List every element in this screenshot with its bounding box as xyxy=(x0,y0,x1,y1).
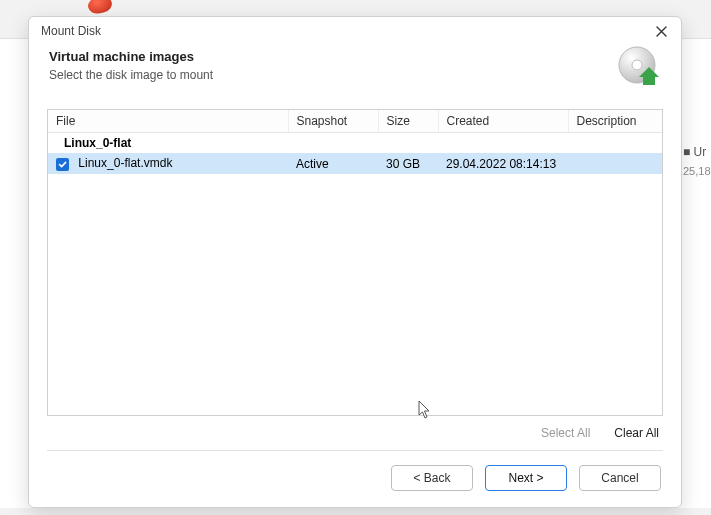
table-row[interactable]: Linux_0-flat.vmdk Active 30 GB 29.04.202… xyxy=(48,153,662,174)
table-group-row[interactable]: Linux_0-flat xyxy=(48,133,662,154)
cell-description xyxy=(568,153,662,174)
image-table: File Snapshot Size Created Description L… xyxy=(48,110,662,174)
close-button[interactable] xyxy=(649,19,673,43)
dialog-header: Virtual machine images Select the disk i… xyxy=(29,45,681,101)
col-file[interactable]: File xyxy=(48,110,288,133)
group-name: Linux_0-flat xyxy=(48,133,662,154)
next-button[interactable]: Next > xyxy=(485,465,567,491)
select-all-link[interactable]: Select All xyxy=(541,426,590,440)
image-table-container: File Snapshot Size Created Description L… xyxy=(47,109,663,416)
wizard-buttons: < Back Next > Cancel xyxy=(29,451,681,507)
cell-snapshot: Active xyxy=(288,153,378,174)
page-title: Virtual machine images xyxy=(49,49,213,64)
table-header-row: File Snapshot Size Created Description xyxy=(48,110,662,133)
cell-created: 29.04.2022 08:14:13 xyxy=(438,153,568,174)
svg-point-1 xyxy=(632,60,642,70)
bg-badge xyxy=(87,0,114,15)
bg-right-panel: ■ Ur 25,18 xyxy=(683,145,711,205)
col-snapshot[interactable]: Snapshot xyxy=(288,110,378,133)
cell-file: Linux_0-flat.vmdk xyxy=(78,156,172,170)
selection-links: Select All Clear All xyxy=(29,416,681,444)
clear-all-link[interactable]: Clear All xyxy=(614,426,659,440)
col-description[interactable]: Description xyxy=(568,110,662,133)
back-button[interactable]: < Back xyxy=(391,465,473,491)
window-title: Mount Disk xyxy=(41,24,101,38)
close-icon xyxy=(656,26,667,37)
bg-right-line1: Ur xyxy=(694,145,707,159)
bg-right-line2: 25,18 xyxy=(683,165,711,177)
cancel-button[interactable]: Cancel xyxy=(579,465,661,491)
titlebar: Mount Disk xyxy=(29,17,681,45)
row-checkbox[interactable] xyxy=(56,158,69,171)
col-created[interactable]: Created xyxy=(438,110,568,133)
page-subtitle: Select the disk image to mount xyxy=(49,68,213,82)
col-size[interactable]: Size xyxy=(378,110,438,133)
check-icon xyxy=(58,160,67,169)
mount-disk-dialog: Mount Disk Virtual machine images Select… xyxy=(28,16,682,508)
disc-mount-icon xyxy=(617,45,661,89)
cell-size: 30 GB xyxy=(378,153,438,174)
